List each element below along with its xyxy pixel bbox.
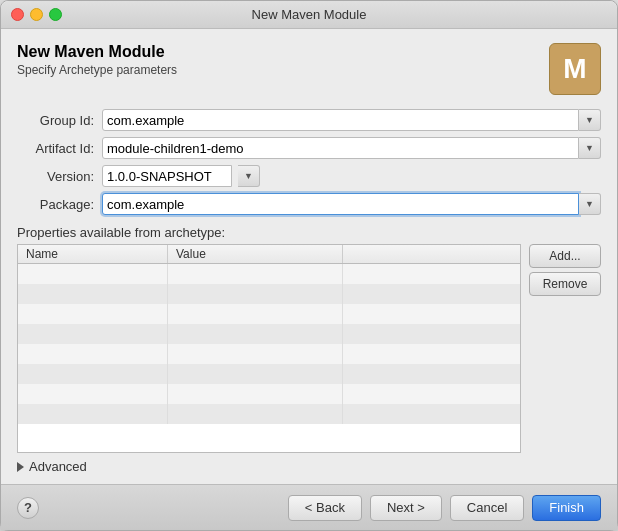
version-dropdown[interactable]: ▼ <box>238 165 260 187</box>
col-extra-header <box>343 245 520 263</box>
table-row <box>18 344 520 364</box>
header-area: New Maven Module Specify Archetype param… <box>17 43 601 95</box>
properties-label: Properties available from archetype: <box>17 225 601 240</box>
footer: ? < Back Next > Cancel Finish <box>1 484 617 530</box>
version-input[interactable] <box>102 165 232 187</box>
table-row <box>18 404 520 424</box>
artifact-id-input[interactable] <box>102 137 579 159</box>
help-button[interactable]: ? <box>17 497 39 519</box>
package-label: Package: <box>17 197 102 212</box>
advanced-row[interactable]: Advanced <box>17 459 601 474</box>
table-row <box>18 304 520 324</box>
close-button[interactable] <box>11 8 24 21</box>
maximize-button[interactable] <box>49 8 62 21</box>
col-name-header: Name <box>18 245 168 263</box>
traffic-lights <box>11 8 62 21</box>
artifact-id-field-wrap: ▼ <box>102 137 601 159</box>
page-subtitle: Specify Archetype parameters <box>17 63 177 77</box>
version-row: Version: ▼ <box>17 165 601 187</box>
group-id-input[interactable] <box>102 109 579 131</box>
package-field-wrap: ▼ <box>102 193 601 215</box>
finish-button[interactable]: Finish <box>532 495 601 521</box>
maven-icon: M <box>549 43 601 95</box>
cancel-button[interactable]: Cancel <box>450 495 524 521</box>
table-buttons: Add... Remove <box>529 244 601 453</box>
table-header: Name Value <box>18 245 520 264</box>
titlebar: New Maven Module <box>1 1 617 29</box>
artifact-id-label: Artifact Id: <box>17 141 102 156</box>
version-field-wrap: ▼ <box>102 165 260 187</box>
table-row <box>18 324 520 344</box>
page-title: New Maven Module <box>17 43 177 61</box>
artifact-id-dropdown[interactable]: ▼ <box>579 137 601 159</box>
advanced-label: Advanced <box>29 459 87 474</box>
remove-button[interactable]: Remove <box>529 272 601 296</box>
table-row <box>18 364 520 384</box>
artifact-id-row: Artifact Id: ▼ <box>17 137 601 159</box>
package-input[interactable] <box>102 193 579 215</box>
version-label: Version: <box>17 169 102 184</box>
table-row <box>18 384 520 404</box>
minimize-button[interactable] <box>30 8 43 21</box>
header-text: New Maven Module Specify Archetype param… <box>17 43 177 77</box>
back-button[interactable]: < Back <box>288 495 362 521</box>
window-title: New Maven Module <box>252 7 367 22</box>
add-button[interactable]: Add... <box>529 244 601 268</box>
table-area: Name Value <box>17 244 601 453</box>
content-area: New Maven Module Specify Archetype param… <box>1 29 617 484</box>
next-button[interactable]: Next > <box>370 495 442 521</box>
group-id-dropdown[interactable]: ▼ <box>579 109 601 131</box>
properties-table: Name Value <box>17 244 521 453</box>
package-dropdown[interactable]: ▼ <box>579 193 601 215</box>
table-row <box>18 284 520 304</box>
form-area: Group Id: ▼ Artifact Id: ▼ Version: <box>17 109 601 215</box>
advanced-triangle-icon <box>17 462 24 472</box>
group-id-row: Group Id: ▼ <box>17 109 601 131</box>
main-window: New Maven Module New Maven Module Specif… <box>0 0 618 531</box>
table-body <box>18 264 520 424</box>
package-row: Package: ▼ <box>17 193 601 215</box>
group-id-field-wrap: ▼ <box>102 109 601 131</box>
table-row <box>18 264 520 284</box>
group-id-label: Group Id: <box>17 113 102 128</box>
col-value-header: Value <box>168 245 343 263</box>
